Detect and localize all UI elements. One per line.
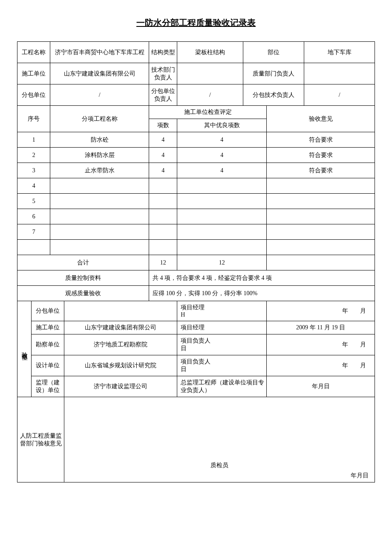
- cell-count: [149, 209, 177, 224]
- value-tech-head: [177, 63, 243, 84]
- visual-quality-label: 观感质量验收: [17, 286, 149, 301]
- au-subcontract-date: 年 月: [267, 301, 375, 321]
- table-row: 4: [17, 178, 375, 194]
- cell-name: [50, 194, 149, 209]
- cell-count: [149, 194, 177, 209]
- defense-opinion-body: 质检员 年月日: [64, 397, 375, 482]
- value-location: 地下车库: [304, 42, 375, 63]
- cell-excellent: [177, 209, 267, 224]
- au-subcontract-role: 项目经理 H: [177, 301, 267, 321]
- cell-name: 防水砼: [50, 132, 149, 148]
- au-survey-role: 项目负责人 日: [177, 334, 267, 355]
- cell-count: 4: [149, 163, 177, 178]
- table-row: 3 止水带防水 4 4 符合要求: [17, 163, 375, 178]
- label-subcontract-unit: 分包单位: [17, 84, 50, 106]
- cell-opinion: [267, 209, 375, 224]
- defense-opinion-date: 年月日: [66, 472, 373, 479]
- value-structure-type: 梁板柱结构: [177, 42, 243, 63]
- cell-excellent: [177, 224, 267, 240]
- au-supervision-label: 监理（建设）单位: [32, 376, 64, 397]
- value-project-name: 济宁市百丰商贸中心地下车库工程: [50, 42, 149, 63]
- quality-control-value: 共 4 项，符合要求 4 项，经鉴定符合要求 4 项: [149, 270, 375, 286]
- cell-excellent: 4: [177, 132, 267, 148]
- totals-excellent: 12: [177, 255, 267, 270]
- quality-control-label: 质量控制资料: [17, 270, 149, 286]
- au-design-date: 年 月: [267, 355, 375, 376]
- acceptance-units-group: 验收单位: [17, 301, 32, 397]
- au-supervision-date: 年月日: [267, 376, 375, 397]
- cell-excellent: 4: [177, 148, 267, 163]
- au-survey-date: 年 月: [267, 334, 375, 355]
- au-construction-date: 2009 年 11 月 19 日: [267, 321, 375, 334]
- col-inspection-group: 施工单位检查评定: [149, 106, 267, 119]
- cell-seq: 3: [17, 163, 50, 178]
- cell-opinion: 符合要求: [267, 163, 375, 178]
- au-design-label: 设计单位: [32, 355, 64, 376]
- cell-name: 涂料防水层: [50, 148, 149, 163]
- inspector-label: 质检员: [66, 462, 373, 469]
- au-subcontract-label: 分包单位: [32, 301, 64, 321]
- label-structure-type: 结构类型: [149, 42, 177, 63]
- totals-count: 12: [149, 255, 177, 270]
- table-row: 5: [17, 194, 375, 209]
- au-subcontract-value: [64, 301, 177, 321]
- au-design-role: 项目负责人 日: [177, 355, 267, 376]
- value-subcontract-tech-head: /: [304, 84, 375, 106]
- au-construction-label: 施工单位: [32, 321, 64, 334]
- value-quality-head: [304, 63, 375, 84]
- cell-seq: 6: [17, 209, 50, 224]
- page-title: 一防水分部工程质量验收记录表: [17, 17, 375, 29]
- main-table: 工程名称 济宁市百丰商贸中心地下车库工程 结构类型 梁板柱结构 部位 地下车库 …: [17, 41, 375, 482]
- cell-name: [50, 178, 149, 194]
- label-subcontract-head: 分包单位负责人: [149, 84, 177, 106]
- col-seq: 序号: [17, 106, 50, 132]
- col-excellent: 其中优良项数: [177, 119, 267, 132]
- au-supervision-value: 济宁市建设监理公司: [64, 376, 177, 397]
- cell-seq: 7: [17, 224, 50, 240]
- table-row: 2 涂料防水层 4 4 符合要求: [17, 148, 375, 163]
- cell-count: [149, 178, 177, 194]
- cell-opinion: 符合要求: [267, 132, 375, 148]
- cell-seq: 5: [17, 194, 50, 209]
- label-subcontract-tech-head: 分包技术负责人: [243, 84, 304, 106]
- table-row: 6: [17, 209, 375, 224]
- cell-name: [50, 209, 149, 224]
- table-row-empty: [17, 240, 375, 255]
- label-project-name: 工程名称: [17, 42, 50, 63]
- au-construction-value: 山东宁建建设集团有限公司: [64, 321, 177, 334]
- cell-name: 止水带防水: [50, 163, 149, 178]
- cell-count: 4: [149, 148, 177, 163]
- cell-seq: 4: [17, 178, 50, 194]
- totals-label: 合计: [17, 255, 149, 270]
- cell-opinion: 符合要求: [267, 148, 375, 163]
- cell-seq: 1: [17, 132, 50, 148]
- label-quality-head: 质量部门负责人: [243, 63, 304, 84]
- col-subitem: 分项工程名称: [50, 106, 149, 132]
- cell-count: [149, 224, 177, 240]
- visual-quality-value: 应得 100 分，实得 100 分，得分率 100%: [149, 286, 375, 301]
- table-row: 7: [17, 224, 375, 240]
- cell-excellent: [177, 194, 267, 209]
- au-design-value: 山东省城乡规划设计研究院: [64, 355, 177, 376]
- col-count: 项数: [149, 119, 177, 132]
- au-survey-value: 济宁地质工程勘察院: [64, 334, 177, 355]
- au-supervision-role: 总监理工程师（建设单位项目专业负责人）: [177, 376, 267, 397]
- cell-excellent: 4: [177, 163, 267, 178]
- cell-opinion: [267, 178, 375, 194]
- value-subcontract-unit: /: [50, 84, 149, 106]
- totals-opinion: [267, 255, 375, 270]
- label-location: 部位: [243, 42, 304, 63]
- cell-excellent: [177, 178, 267, 194]
- label-tech-head: 技术部门负责人: [149, 63, 177, 84]
- table-row: 1 防水砼 4 4 符合要求: [17, 132, 375, 148]
- defense-opinion-label: 人防工程质量监督部门验核意见: [17, 397, 64, 482]
- cell-opinion: [267, 224, 375, 240]
- cell-seq: 2: [17, 148, 50, 163]
- col-opinion: 验收意见: [267, 106, 375, 132]
- value-subcontract-head: /: [177, 84, 243, 106]
- label-construction-unit: 施工单位: [17, 63, 50, 84]
- cell-count: 4: [149, 132, 177, 148]
- au-survey-label: 勘察单位: [32, 334, 64, 355]
- value-construction-unit: 山东宁建建设集团有限公司: [50, 63, 149, 84]
- cell-name: [50, 224, 149, 240]
